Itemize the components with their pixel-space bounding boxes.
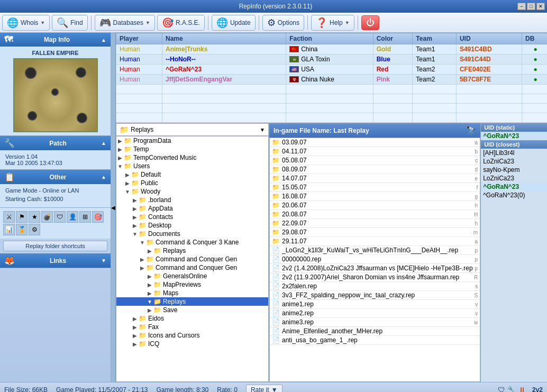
uid-closest-item[interactable]: sayNo-Kpem	[481, 166, 547, 174]
expand-icon[interactable]: ▶	[131, 324, 139, 330]
list-item[interactable]: 📄 2v2 (1.4.2008)LoZniCa23 Jffsaurman vs …	[270, 264, 480, 273]
uid-static-value[interactable]: ^GoRaN^23	[481, 132, 547, 140]
tree-item[interactable]: ▶ 📁 Command and Conquer Gen	[116, 263, 268, 272]
expand-icon[interactable]: ▶	[131, 206, 139, 212]
close-button[interactable]: ✕	[536, 3, 545, 10]
tree-item[interactable]: ▶ 📁 ICQ	[116, 340, 268, 348]
tree-item[interactable]: ▶ 📁 Icons and Cursors	[116, 331, 268, 340]
links-header[interactable]: 🦊 Links ▼	[0, 253, 111, 268]
expand-icon[interactable]: ▼	[116, 163, 124, 169]
replay-shortcuts-button[interactable]: Replay folder shortcuts	[3, 241, 107, 251]
maximize-button[interactable]: □	[527, 3, 535, 10]
tree-item[interactable]: ▶ 📁 AppData	[116, 204, 268, 213]
expand-icon[interactable]: ▶	[131, 197, 139, 203]
list-item[interactable]: 📁 20.06.07 h	[270, 201, 480, 210]
list-item[interactable]: 📄 Anime_Elfenlied_another_MHer.rep	[270, 327, 480, 336]
shield-status-icon[interactable]: 🛡	[498, 386, 505, 393]
grid-icon[interactable]: ⊞	[79, 211, 91, 223]
list-item[interactable]: 📄 2v2 (11.9.2007)Ariel_Sharon Domian vs …	[270, 273, 480, 282]
expand-icon[interactable]: ▶	[146, 274, 153, 279]
expand-icon[interactable]: ▶	[116, 147, 124, 152]
list-item[interactable]: 📁 15.05.07 f	[270, 183, 480, 192]
list-item[interactable]: 📄 anime2.rep v	[270, 309, 480, 318]
list-item[interactable]: 📁 04.11.07 b	[270, 147, 480, 156]
expand-icon[interactable]: ▶	[131, 333, 139, 339]
table-row[interactable]: Human Jff|DetSomEngangVar ☢ China Nuke P…	[116, 75, 548, 85]
player-name-cell[interactable]: --HoNoR--	[162, 54, 286, 65]
medal-icon[interactable]: 🏅	[16, 224, 28, 235]
expand-icon[interactable]: ▶	[124, 172, 131, 178]
uid-closest-item[interactable]: LoZniCa23	[481, 157, 547, 166]
star-icon[interactable]: ★	[29, 211, 40, 223]
exit-button[interactable]: ⏻	[361, 15, 379, 30]
help-button[interactable]: ❓ Help ▼	[311, 15, 354, 31]
tree-item[interactable]: ▼ 📁 Woody	[116, 187, 268, 196]
minimize-button[interactable]: −	[517, 3, 526, 10]
tree-item[interactable]: ▶ 📁 Desktop	[116, 221, 268, 230]
list-item[interactable]: 📁 14.07.07 e	[270, 174, 480, 183]
shield-icon[interactable]: 🛡	[54, 211, 66, 223]
target-icon[interactable]: 🎯	[92, 211, 104, 223]
uid-closest-item[interactable]: [AH]Lib3r4l	[481, 149, 547, 157]
list-item[interactable]: 📁 16.08.07 g	[270, 192, 480, 201]
expand-icon[interactable]: ▶	[131, 223, 139, 229]
tools-status-icon[interactable]: 🔧	[507, 386, 516, 393]
settings-icon[interactable]: ⚙	[29, 224, 40, 235]
expand-icon[interactable]: ▶	[139, 265, 146, 271]
whois-button[interactable]: 🌐 Whois ▼	[2, 15, 50, 31]
list-item[interactable]: 📄 2x2falen.rep s	[270, 282, 480, 291]
uid-closest-item[interactable]: ^GoRaN^23(0)	[481, 191, 547, 199]
tree-item[interactable]: ▶ 📁 Eidos	[116, 314, 268, 323]
expand-icon[interactable]: ▶	[146, 248, 153, 254]
table-row[interactable]: Human --HoNoR-- ☠ GLA Toxin Blue Team1 S…	[116, 54, 548, 65]
flag-icon[interactable]: ⚑	[16, 211, 28, 223]
expand-icon[interactable]: ▼	[124, 189, 131, 195]
tree-item[interactable]: ▶ 📁 Maps	[116, 289, 268, 297]
player-name-cell[interactable]: ^GoRaN^23	[162, 65, 286, 75]
player-name-cell[interactable]: Jff|DetSomEngangVar	[162, 75, 286, 85]
expand-icon[interactable]: ▼	[139, 240, 146, 245]
expand-icon[interactable]: ▶	[146, 307, 153, 313]
list-item[interactable]: 📄 anime1.rep v	[270, 300, 480, 309]
list-item[interactable]: 📁 03.09.07 a	[270, 138, 480, 147]
chart-icon[interactable]: 📊	[3, 224, 15, 235]
expand-icon[interactable]: ▶	[146, 282, 153, 288]
tree-item[interactable]: ▶ 📁 Command and Conquer Gen	[116, 255, 268, 263]
expand-icon[interactable]: ▶	[124, 180, 131, 186]
databases-button[interactable]: 🎮 Databases ▼	[95, 15, 155, 31]
sword-icon[interactable]: ⚔	[3, 211, 15, 223]
table-row[interactable]: Human ^GoRaN^23 🇺🇸 USA Red Team2 CFE0402…	[116, 65, 548, 75]
list-item[interactable]: 📁 29.08.07 m	[270, 228, 480, 237]
expand-icon[interactable]: ▶	[131, 316, 139, 322]
player-name-cell[interactable]: Anime|Trunks	[162, 44, 286, 54]
uid-closest-item[interactable]: LoZniCa23	[481, 174, 547, 183]
tree-item[interactable]: ▼ 📁 Documents	[116, 230, 268, 238]
rate-it-button[interactable]: Rate it ▼	[246, 385, 282, 393]
expand-icon[interactable]: ▶	[131, 214, 139, 220]
uid-closest-item[interactable]: ^GoRaN^23	[481, 183, 547, 191]
tree-item[interactable]: ▶ 📁 Replays	[116, 247, 268, 255]
tree-item[interactable]: ▼ 📁 Users	[116, 162, 268, 170]
other-header[interactable]: 📋 Other ▲	[0, 170, 111, 184]
options-button[interactable]: ⚙ Options	[262, 15, 304, 31]
user-icon[interactable]: 👤	[67, 211, 78, 223]
list-item[interactable]: 📁 29.11.07 a	[270, 237, 480, 246]
table-row[interactable]: Human Anime|Trunks 🇨🇳 China Gold Team1 S…	[116, 44, 548, 54]
expand-icon[interactable]: ▶	[139, 257, 146, 262]
tree-item[interactable]: ▶ 📁 Default	[116, 170, 268, 179]
list-item[interactable]: 📁 22.09.07 h	[270, 219, 480, 228]
folder-dropdown[interactable]: 📁 Replays ▼	[116, 123, 269, 136]
tree-item[interactable]: ▶ 📁 GeneralsOnline	[116, 272, 268, 280]
expand-icon[interactable]: ▼	[131, 231, 139, 237]
file-list[interactable]: 📁 03.09.07 a 📁 04.11.07 b 📁 05.08.07 c 📁…	[269, 138, 480, 382]
tree-item[interactable]: ▶ 📁 Fax	[116, 323, 268, 331]
folder-tree[interactable]: ▶ 📁 ProgramData ▶ 📁 Temp ▶ 📁 TempConvert…	[116, 136, 269, 382]
tree-item[interactable]: ▶ 📁 .borland	[116, 196, 268, 204]
links-collapse-icon[interactable]: ▼	[101, 258, 106, 263]
expand-icon[interactable]: ▶	[146, 290, 153, 296]
map-info-collapse-icon[interactable]: ▲	[101, 37, 106, 43]
list-item[interactable]: 📁 05.08.07 c	[270, 156, 480, 165]
sidebar-collapse-handle[interactable]: ◀	[111, 33, 116, 382]
list-item[interactable]: 📁 20.08.07 H	[270, 210, 480, 219]
rase-button[interactable]: 🎯 R.A.S.E.	[157, 15, 205, 31]
